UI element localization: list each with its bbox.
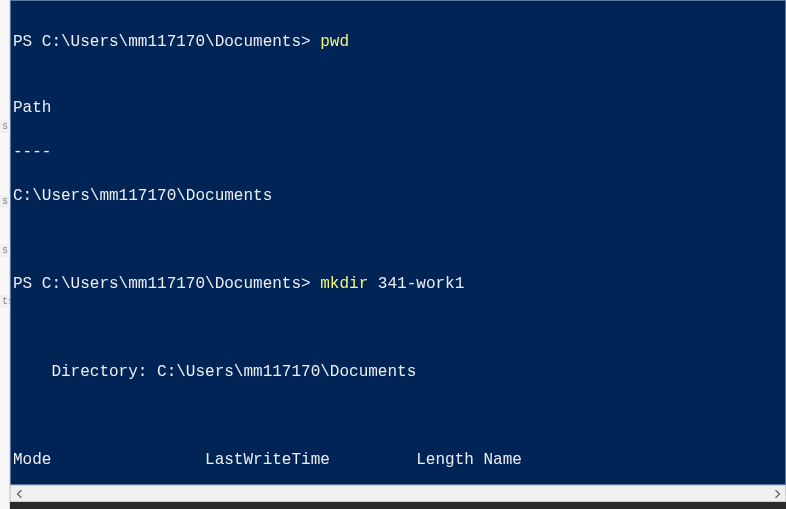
scroll-right-arrow-icon[interactable] [768,486,785,501]
gutter-mark: s [0,195,10,208]
command-mkdir: mkdir [320,275,368,293]
command-arg: 341-work1 [368,275,464,293]
horizontal-scrollbar[interactable] [10,485,786,502]
output-header: Path [11,97,785,119]
directory-line: Directory: C:\Users\mm117170\Documents [11,361,785,383]
bottom-border [10,502,786,509]
prompt-line: PS C:\Users\mm117170\Documents> mkdir 34… [11,273,785,295]
prompt: PS C:\Users\mm117170\Documents> [13,275,320,293]
editor-left-gutter: s s s ts [0,0,10,509]
table-header: Mode LastWriteTime Length Name [11,449,785,471]
gutter-mark: s [0,120,10,133]
prompt-line: PS C:\Users\mm117170\Documents> pwd [11,31,785,53]
scroll-track[interactable] [28,486,768,501]
gutter-mark: s [0,244,10,257]
prompt: PS C:\Users\mm117170\Documents> [13,33,320,51]
terminal-output: PS C:\Users\mm117170\Documents> pwd Path… [11,1,785,485]
command-pwd: pwd [320,33,349,51]
powershell-terminal[interactable]: PS C:\Users\mm117170\Documents> pwd Path… [10,0,786,485]
scroll-left-arrow-icon[interactable] [11,486,28,501]
output-path: C:\Users\mm117170\Documents [11,185,785,207]
output-divider: ---- [11,141,785,163]
